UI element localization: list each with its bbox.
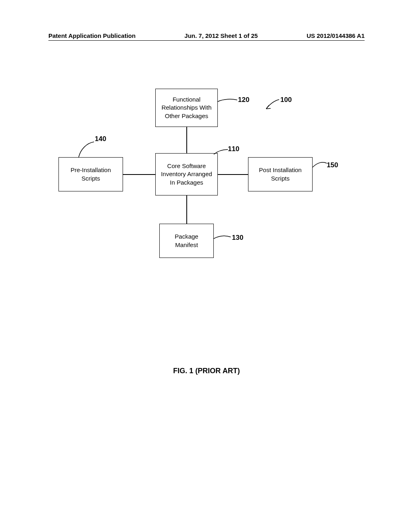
leader-line-100 (266, 99, 282, 112)
page-header: Patent Application Publication Jun. 7, 2… (0, 32, 413, 39)
leader-line-130 (214, 234, 232, 243)
leader-line-110 (214, 148, 230, 158)
box-label: Package Manifest (163, 233, 210, 249)
box-label: Functional Relationships With Other Pack… (159, 96, 214, 120)
ref-number-120: 120 (238, 96, 249, 104)
connector (186, 127, 187, 153)
box-package-manifest: Package Manifest (159, 224, 214, 258)
box-label: Core Software Inventory Arranged In Pack… (159, 162, 214, 187)
leader-line-140 (79, 141, 97, 161)
box-label: Pre-Installation Scripts (62, 166, 119, 183)
box-pre-installation-scripts: Pre-Installation Scripts (58, 157, 123, 191)
connector (186, 195, 187, 224)
leader-line-150 (313, 159, 329, 171)
header-right: US 2012/0144386 A1 (307, 32, 365, 39)
leader-line-120 (218, 97, 238, 108)
header-left: Patent Application Publication (48, 32, 136, 39)
box-label: Post Installation Scripts (252, 166, 309, 183)
header-center: Jun. 7, 2012 Sheet 1 of 25 (184, 32, 258, 39)
box-functional-relationships: Functional Relationships With Other Pack… (155, 89, 218, 127)
box-post-installation-scripts: Post Installation Scripts (248, 157, 313, 191)
header-divider (48, 40, 365, 41)
connector (123, 174, 155, 175)
connector (218, 174, 248, 175)
box-core-software-inventory: Core Software Inventory Arranged In Pack… (155, 153, 218, 195)
figure-caption: FIG. 1 (PRIOR ART) (0, 367, 413, 375)
ref-number-130: 130 (232, 234, 243, 242)
diagram: Functional Relationships With Other Pack… (0, 89, 413, 274)
